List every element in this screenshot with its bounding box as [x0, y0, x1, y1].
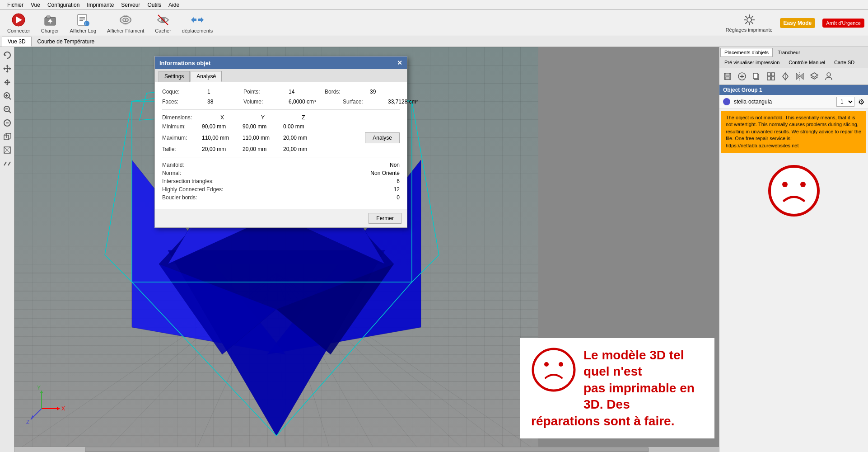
svg-marker-20: [191, 17, 194, 23]
dialog-footer: Fermer: [155, 209, 407, 227]
zoom-in-tool[interactable]: [1, 89, 14, 102]
afficher-log-button[interactable]: i Afficher Log: [66, 11, 100, 35]
svg-rect-120: [753, 73, 758, 79]
reglages-imprimante-button[interactable]: Réglages imprimante: [726, 14, 773, 33]
fermer-button[interactable]: Fermer: [369, 213, 401, 224]
rp-grid-tool[interactable]: [765, 70, 777, 83]
menu-aide[interactable]: Aide: [165, 1, 183, 9]
afficher-filament-button[interactable]: Afficher Filament: [103, 11, 148, 35]
afficher-filament-icon: [118, 13, 133, 27]
cube-tool[interactable]: [1, 130, 14, 143]
svg-point-133: [782, 182, 788, 187]
taille-z: 20,00 mm: [283, 146, 324, 152]
connecter-label: Connecter: [7, 28, 30, 33]
taille-row: Taille: 20,00 mm 20,00 mm 20,00 mm: [162, 146, 400, 152]
object-number-dropdown[interactable]: 1: [836, 97, 854, 107]
right-panel-toolbar: [719, 68, 868, 85]
grid-icon: [766, 72, 775, 81]
maximum-row: Maximum: 110,00 mm 110,00 mm 20,00 mm An…: [162, 132, 400, 143]
dialog-close-button[interactable]: ✕: [397, 59, 402, 66]
tab-courbe-temperature[interactable]: Courbe de Température: [32, 37, 101, 47]
minimum-label: Minimum:: [162, 123, 198, 130]
svg-point-132: [770, 166, 818, 215]
scrollbar-thumb[interactable]: [85, 447, 649, 452]
arret-urgence-button[interactable]: Arrêt d'Urgence: [822, 19, 864, 28]
rp-tab-previsu[interactable]: Pré visualiser impression: [720, 58, 784, 67]
rp-align-tool[interactable]: [779, 70, 792, 83]
svg-line-28: [751, 22, 753, 24]
dimensions-row: Dimensions: X Y Z: [162, 114, 400, 121]
min-y: 90,00 mm: [243, 123, 283, 130]
menu-outils[interactable]: Outils: [144, 1, 165, 9]
view-tabs: Vue 3D Courbe de Température: [0, 36, 868, 47]
rp-person-tool[interactable]: [822, 70, 835, 83]
slash-tool[interactable]: [1, 157, 14, 170]
rp-layer-tool[interactable]: [808, 70, 821, 83]
tool-6[interactable]: [1, 117, 14, 129]
menu-fichier[interactable]: Fichier: [4, 1, 27, 9]
cacher-icon: [156, 13, 170, 27]
dialog-titlebar: Informations objet ✕: [155, 56, 407, 69]
svg-point-22: [747, 18, 751, 22]
taille-x: 20,00 mm: [202, 146, 243, 152]
connecter-button[interactable]: Connecter: [4, 11, 34, 35]
svg-line-49: [9, 111, 11, 113]
zoom-out-tool[interactable]: [1, 103, 14, 116]
deplacements-button[interactable]: déplacements: [178, 11, 217, 35]
layers-icon: [810, 72, 819, 81]
rp-tab-controle[interactable]: Contrôle Manuel: [784, 58, 829, 67]
rp-copy-tool[interactable]: [750, 70, 763, 83]
rp-mirror-tool[interactable]: [793, 70, 806, 83]
svg-marker-21: [201, 17, 204, 23]
svg-marker-130: [811, 73, 818, 77]
menu-serveur[interactable]: Serveur: [117, 1, 144, 9]
rp-add-tool[interactable]: [736, 70, 748, 83]
menu-vue[interactable]: Vue: [27, 1, 44, 9]
rotate-tool[interactable]: [1, 49, 14, 61]
object-name: stella-octangula: [734, 99, 833, 105]
rp-tab-placements[interactable]: Placements d'objets: [720, 48, 773, 57]
dialog-row-coque: Coque: 1 Points: 14 Bords: 39: [162, 89, 400, 95]
boucler-row: Boucler bords: 0: [162, 194, 400, 201]
overlay-panel: Le modèle 3D tel quel n'est pas imprimab…: [520, 338, 714, 438]
tab-vue-3d[interactable]: Vue 3D: [2, 37, 32, 47]
dialog-tab-analyse[interactable]: Analysé: [191, 71, 222, 82]
charger-button[interactable]: Charger: [37, 11, 63, 35]
dim-x-header: X: [202, 114, 243, 121]
viewport[interactable]: X Y Z Le modèle 3D tel qu: [14, 47, 719, 452]
divider-2: [162, 157, 400, 157]
dialog-tab-settings[interactable]: Settings: [159, 71, 190, 82]
rp-tab-carte[interactable]: Carte SD: [830, 58, 859, 67]
menu-configuration[interactable]: Configuration: [44, 1, 83, 9]
dim-y-header: Y: [243, 114, 283, 121]
move-tool-2[interactable]: [1, 76, 14, 89]
wire-tool[interactable]: [1, 144, 14, 156]
normal-row: Normal: Non Orienté: [162, 170, 400, 176]
menu-imprimante[interactable]: Imprimante: [83, 1, 117, 9]
svg-point-131: [827, 73, 831, 76]
svg-rect-124: [771, 77, 775, 80]
object-settings-gear[interactable]: ⚙: [858, 98, 864, 106]
svg-marker-41: [6, 84, 9, 85]
manifold-value: Non: [390, 162, 400, 168]
left-sidebar: [0, 47, 14, 452]
min-z: 0,00 mm: [283, 123, 324, 130]
manifold-label: Manifold:: [162, 162, 184, 168]
intersection-value: 6: [397, 178, 400, 184]
svg-marker-37: [9, 67, 11, 70]
divider-1: [162, 109, 400, 110]
analyse-button[interactable]: Analyse: [365, 132, 400, 143]
move-tool[interactable]: [1, 62, 14, 75]
easy-mode-button[interactable]: Easy Mode: [780, 18, 816, 28]
visibility-toggle[interactable]: [723, 98, 730, 105]
deplacements-icon: [190, 13, 205, 27]
intersection-label: Intersection triangles:: [162, 178, 214, 184]
horizontal-scrollbar[interactable]: [14, 447, 719, 452]
rp-save-tool[interactable]: [721, 70, 734, 83]
volume-label: Volume:: [243, 99, 280, 105]
object-row: stella-octangula 1 ⚙: [719, 95, 868, 109]
cacher-button[interactable]: Cacher: [151, 11, 174, 35]
rp-tab-trancheur[interactable]: Trancheur: [774, 48, 804, 57]
highly-connected-row: Highly Connected Edges: 12: [162, 186, 400, 193]
align-icon: [781, 72, 790, 81]
